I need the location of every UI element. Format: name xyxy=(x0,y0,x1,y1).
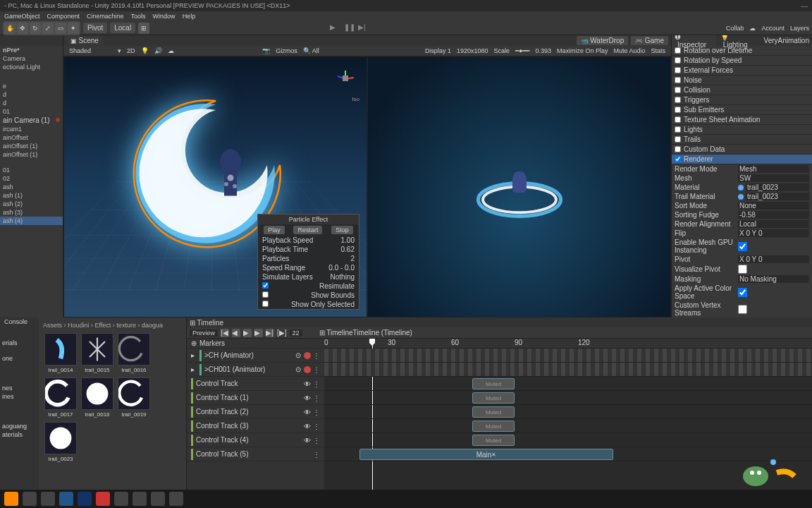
stats-toggle[interactable]: Stats xyxy=(651,47,665,54)
track-menu-icon[interactable]: ⋮ xyxy=(313,380,320,387)
tl-next-icon[interactable]: ▶ xyxy=(254,329,263,337)
taskbar-app-icon[interactable] xyxy=(41,492,55,506)
frame-field[interactable]: 22 xyxy=(290,329,302,337)
hierarchy-item[interactable]: ainOffset xyxy=(0,133,63,142)
menu-help[interactable]: Help xyxy=(183,13,196,20)
account-dropdown[interactable]: Account xyxy=(761,25,785,32)
record-icon[interactable] xyxy=(304,366,311,373)
taskbar-app-icon[interactable] xyxy=(23,492,37,506)
markers-label[interactable]: Markers xyxy=(199,339,225,347)
timeline-track[interactable]: Control Track (4)👁⋮ xyxy=(187,433,324,447)
hierarchy-item[interactable]: ash (4) xyxy=(0,217,63,225)
mute-icon[interactable]: 👁 xyxy=(304,423,311,430)
asset-thumb[interactable]: trail_0023 xyxy=(44,422,77,462)
tab-timeline[interactable]: ⊞ Timeline xyxy=(190,319,223,327)
tl-play-icon[interactable]: ▶ xyxy=(243,329,252,337)
taskbar-app-icon[interactable] xyxy=(96,492,110,506)
showselected-checkbox[interactable] xyxy=(262,301,269,307)
menu-cinemachine[interactable]: Cinemachine xyxy=(87,13,124,20)
tab-veryanimation[interactable]: VeryAnimation xyxy=(761,36,812,45)
taskbar-app-icon[interactable] xyxy=(59,492,73,506)
tl-prev-icon[interactable]: ◀ xyxy=(232,329,240,337)
hierarchy-item[interactable]: ash xyxy=(0,183,63,191)
record-icon[interactable] xyxy=(304,352,311,359)
tree-item[interactable]: aterials xyxy=(0,430,39,439)
hierarchy-item[interactable]: 01 xyxy=(0,166,63,174)
hierarchy-item[interactable]: nPre* xyxy=(0,46,63,54)
asset-thumb[interactable]: trail_0016 xyxy=(118,333,150,373)
hierarchy-item[interactable]: e xyxy=(0,82,63,90)
rotate-tool-icon[interactable]: ↻ xyxy=(30,23,41,34)
maximize-toggle[interactable]: Maximize On Play xyxy=(557,47,608,54)
transform-tool-icon[interactable]: ✦ xyxy=(68,23,79,34)
display-dropdown[interactable]: Display 1 xyxy=(425,47,451,54)
lighting-icon[interactable]: 💡 xyxy=(141,47,149,54)
showbounds-checkbox[interactable] xyxy=(262,291,269,298)
tree-item[interactable]: ines xyxy=(0,392,39,401)
taskbar-app-icon[interactable] xyxy=(114,492,128,506)
hierarchy-item[interactable]: Camera xyxy=(0,54,63,63)
2d-toggle[interactable]: 2D xyxy=(127,47,135,54)
hierarchy-item[interactable]: d xyxy=(0,90,63,99)
play-icon[interactable]: ▶ xyxy=(330,23,340,33)
timeline-track[interactable]: Control Track (3)👁⋮ xyxy=(187,419,324,433)
taskbar-app-icon[interactable] xyxy=(151,492,165,506)
local-toggle[interactable]: Local xyxy=(110,23,135,33)
timeline-track[interactable]: Control Track (5)⋮ xyxy=(187,447,324,461)
tree-item[interactable]: erials xyxy=(0,339,39,347)
timeline-track[interactable]: Control Track (2)👁⋮ xyxy=(187,405,324,419)
mute-icon[interactable]: 👁 xyxy=(304,409,311,416)
camera-icon[interactable]: 📷 xyxy=(262,47,270,54)
breadcrumb[interactable]: Assets › Houdini › Effect › texture › da… xyxy=(42,320,183,330)
pause-icon[interactable]: ❚❚ xyxy=(344,23,354,33)
particle-restart-button[interactable]: Restart xyxy=(293,226,322,234)
hierarchy-item[interactable]: d xyxy=(0,99,63,107)
menu-window[interactable]: Window xyxy=(153,13,176,20)
track-menu-icon[interactable]: ⋮ xyxy=(313,451,320,458)
tl-start-icon[interactable]: |◀ xyxy=(221,329,229,337)
hierarchy-item[interactable]: ash (2) xyxy=(0,200,63,208)
hierarchy-item[interactable]: ain Camera (1) xyxy=(0,116,63,125)
timeline-ruler[interactable]: 0 30 60 90 120 xyxy=(324,339,812,349)
tree-item[interactable]: one xyxy=(0,354,39,363)
resolution-dropdown[interactable]: 1920x1080 xyxy=(457,47,488,54)
taskbar-app-icon[interactable] xyxy=(4,492,18,506)
menu-tools[interactable]: Tools xyxy=(131,13,146,20)
shading-mode[interactable]: Shaded xyxy=(69,47,91,54)
tab-waterdrop[interactable]: 📹 WaterDrop xyxy=(577,36,629,45)
move-tool-icon[interactable]: ✥ xyxy=(17,23,28,34)
tab-console[interactable]: Console xyxy=(0,317,32,327)
track-menu-icon[interactable]: ⋮ xyxy=(313,437,320,444)
collab-dropdown[interactable]: Collab xyxy=(726,25,744,32)
mute-icon[interactable]: 👁 xyxy=(304,380,311,387)
gizmos-dropdown[interactable]: Gizmos xyxy=(276,47,297,54)
timeline-track[interactable]: ▸>CH001 (Animator)⊙⋮ xyxy=(187,363,324,377)
scene-view[interactable]: Iso Particle Effect Play Restart Stop Pl… xyxy=(63,56,367,318)
fx-icon[interactable]: ☁ xyxy=(168,47,174,54)
timeline-track[interactable]: Control Track👁⋮ xyxy=(187,377,324,391)
rect-tool-icon[interactable]: ▭ xyxy=(55,23,66,34)
search-all[interactable]: 🔍 All xyxy=(303,47,319,54)
step-icon[interactable]: ▶| xyxy=(358,23,368,33)
timeline-track[interactable]: ▸>CH (Animator)⊙⋮ xyxy=(187,349,324,363)
asset-thumb[interactable]: trail_0014 xyxy=(44,333,77,373)
particle-stop-button[interactable]: Stop xyxy=(331,226,353,234)
layers-dropdown[interactable]: Layers xyxy=(790,25,809,32)
track-menu-icon[interactable]: ⋮ xyxy=(313,394,320,401)
timeline-track[interactable]: Control Track (1)👁⋮ xyxy=(187,391,324,405)
taskbar-app-icon[interactable] xyxy=(169,492,183,506)
asset-thumb[interactable]: trail_0019 xyxy=(118,377,150,418)
orientation-gizmo[interactable] xyxy=(331,64,359,92)
hierarchy-item[interactable]: ectional Light xyxy=(0,63,63,71)
menu-component[interactable]: Component xyxy=(47,13,80,20)
asset-thumb[interactable]: trail_0017 xyxy=(44,377,77,418)
hierarchy-item[interactable]: ash (1) xyxy=(0,191,63,200)
tree-item[interactable]: nes xyxy=(0,384,39,392)
tab-game[interactable]: 🎮 Game xyxy=(631,36,668,45)
hierarchy-item[interactable]: ash (3) xyxy=(0,208,63,217)
tab-scene[interactable]: ▣ Scene xyxy=(66,36,103,45)
game-view[interactable] xyxy=(367,56,671,318)
snap-icon[interactable]: ⊞ xyxy=(138,23,149,34)
mute-toggle[interactable]: Mute Audio xyxy=(613,47,645,54)
asset-thumb[interactable]: trail_0015 xyxy=(81,333,113,373)
